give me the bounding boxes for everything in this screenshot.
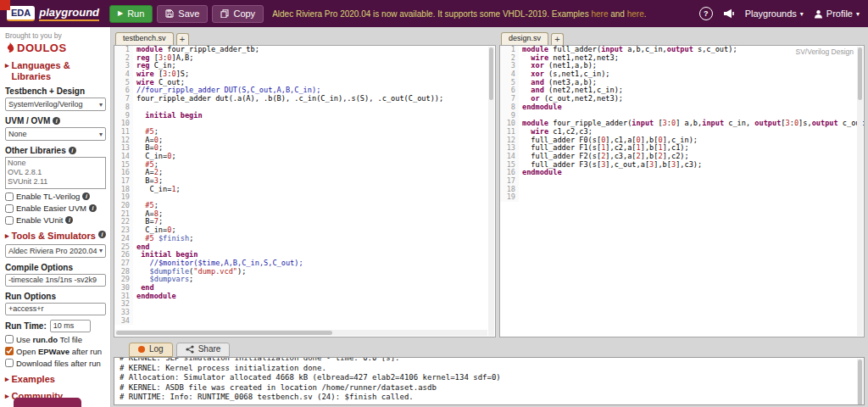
sidebar-bottom-button[interactable]	[14, 398, 81, 407]
doulos-logo[interactable]: DOULOS	[5, 42, 106, 54]
testbench-hscrollbar[interactable]	[115, 330, 487, 336]
checkbox-input[interactable]	[5, 359, 14, 367]
code-line[interactable]: 16endmodule	[500, 169, 864, 177]
design-tabbar: design.sv +	[499, 31, 865, 45]
checkbox-use-run-do-tcl-file[interactable]: Use run.do Tcl file	[5, 335, 106, 344]
checkbox-download-files-after-run[interactable]: Download files after run	[5, 359, 106, 368]
design-editor[interactable]: SV/Verilog Design 1module full_adder(inp…	[499, 45, 865, 337]
info-icon[interactable]: i	[53, 117, 60, 125]
code-line[interactable]: 15 #5;	[114, 161, 495, 170]
notice-link-1[interactable]: here	[591, 9, 608, 19]
code-line[interactable]: 18 C_in=1;	[114, 186, 495, 194]
share-tab[interactable]: Share	[176, 343, 231, 357]
code-line[interactable]: 16 A=2;	[114, 169, 495, 177]
tab-testbench[interactable]: testbench.sv	[115, 32, 174, 45]
code-line[interactable]: 9 initial begin	[114, 112, 495, 120]
scrollbar-thumb[interactable]	[858, 360, 862, 405]
log-output[interactable]: # KERNEL: SLP simulation initialization …	[114, 357, 865, 405]
line-number: 4	[500, 70, 519, 79]
checkbox-input[interactable]	[5, 204, 14, 213]
playgrounds-menu[interactable]: Playgrounds ▾	[745, 8, 804, 19]
copy-button[interactable]: Copy	[212, 5, 264, 23]
line-number: 19	[500, 193, 519, 202]
run-options-input[interactable]	[5, 303, 106, 315]
run-button[interactable]: ▶ Run	[109, 5, 153, 23]
code-line[interactable]: 14 C_in=0;	[114, 153, 495, 161]
log-vscrollbar[interactable]	[857, 359, 863, 404]
play-icon: ▶	[118, 10, 123, 17]
checkbox-input[interactable]	[5, 335, 14, 343]
code-line[interactable]: 20 #5;	[114, 202, 495, 210]
code-line[interactable]: 12 A=0;	[114, 137, 495, 145]
code-line[interactable]: 34	[114, 317, 495, 326]
language-select[interactable]: SystemVerilog/Verilog ▾	[5, 98, 106, 111]
sidebar-section-tools[interactable]: ▸ Tools & Simulators i	[5, 231, 106, 242]
line-number: 4	[114, 70, 133, 79]
code-line[interactable]: 19	[500, 193, 864, 202]
info-icon[interactable]: i	[89, 204, 97, 212]
code-line[interactable]: 21 A=8;	[114, 210, 495, 219]
tab-design[interactable]: design.sv	[501, 32, 548, 45]
code-line[interactable]: 18	[500, 186, 864, 194]
megaphone-icon[interactable]	[723, 8, 735, 19]
design-vscrollbar[interactable]	[857, 47, 863, 336]
checkbox-input[interactable]	[5, 192, 14, 201]
code-line[interactable]: 31endmodule	[114, 293, 495, 301]
code-line[interactable]: 17	[500, 177, 864, 186]
design-code: 1module full_adder(input a,b,c_in,output…	[500, 46, 864, 202]
help-icon[interactable]: ?	[699, 7, 713, 20]
testbench-editor[interactable]: 1module four_ripple_adder_tb;2reg [3:0]A…	[114, 45, 496, 337]
checkbox-input[interactable]	[5, 216, 14, 225]
library-option[interactable]: OVL 2.8.1	[8, 168, 103, 177]
save-button[interactable]: Save	[157, 5, 208, 23]
copy-icon	[220, 9, 229, 18]
code-line[interactable]: 11 #5;	[114, 128, 495, 137]
app-logo[interactable]: EDA playground	[7, 6, 99, 21]
profile-menu[interactable]: Profile ▾	[814, 8, 860, 19]
chevron-down-icon: ▾	[99, 101, 103, 109]
notice-link-2[interactable]: here	[627, 9, 644, 19]
add-tab-button[interactable]: +	[176, 33, 189, 45]
code-line[interactable]: 19	[114, 193, 495, 202]
code-line[interactable]: 33	[114, 309, 495, 317]
add-tab-button[interactable]: +	[551, 33, 564, 45]
code-line[interactable]: 10	[114, 120, 495, 128]
chevron-down-icon: ▾	[800, 10, 804, 18]
code-line[interactable]: 8endmodule	[500, 103, 864, 112]
checkbox-enable-easier-uvm[interactable]: Enable Easier UVMi	[5, 204, 106, 213]
code-line[interactable]: 32	[114, 300, 495, 309]
log-tabbar: Log Share	[114, 343, 865, 357]
sidebar-section-examples[interactable]: ▸ Examples	[5, 374, 106, 385]
line-number: 1	[114, 46, 133, 54]
sidebar-section-languages[interactable]: ▸ Languages & Libraries	[5, 60, 106, 81]
uvm-select[interactable]: None ▾	[5, 127, 106, 141]
design-type-badge: SV/Verilog Design	[795, 47, 854, 56]
code-line[interactable]: 29 $dumpvars;	[114, 276, 495, 284]
log-line: # RUNTIME: Info: RUNTIME_0068 testbench.…	[120, 393, 864, 403]
testbench-pane: testbench.sv + 1module four_ripple_adder…	[114, 31, 496, 337]
compile-options-input[interactable]	[5, 274, 106, 287]
checkbox-open-epwave-after-run[interactable]: Open EPWave after run	[5, 347, 106, 356]
testbench-vscrollbar[interactable]	[488, 47, 494, 336]
other-libraries-list[interactable]: NoneOVL 2.8.1SVUnit 2.11	[5, 157, 106, 189]
scrollbar-thumb[interactable]	[489, 47, 493, 100]
scrollbar-thumb[interactable]	[858, 47, 862, 100]
library-option[interactable]: SVUnit 2.11	[8, 177, 103, 187]
checkbox-enable-vunit[interactable]: Enable VUniti	[5, 215, 106, 225]
chevron-right-icon: ▸	[5, 375, 9, 383]
checkbox-enable-tl-verilog[interactable]: Enable TL-Verilogi	[5, 192, 106, 201]
run-time-input[interactable]	[50, 320, 91, 332]
checkbox-input[interactable]	[5, 347, 14, 355]
info-icon[interactable]: i	[65, 216, 73, 224]
line-number: 2	[500, 54, 519, 63]
scrollbar-thumb[interactable]	[116, 331, 332, 335]
library-option[interactable]: None	[8, 159, 103, 168]
simulator-select[interactable]: Aldec Riviera Pro 2020.04 ▾	[5, 244, 106, 258]
info-icon[interactable]: i	[82, 192, 90, 200]
code-line[interactable]: 24 #5 $finish;	[114, 235, 495, 243]
log-tab[interactable]: Log	[129, 343, 173, 357]
code-line[interactable]: 7four_ripple_adder dut(.a(A), .b(B), .c_…	[114, 95, 495, 103]
info-icon[interactable]: i	[69, 147, 76, 154]
info-icon[interactable]: i	[98, 231, 106, 238]
line-number: 2	[114, 54, 133, 63]
